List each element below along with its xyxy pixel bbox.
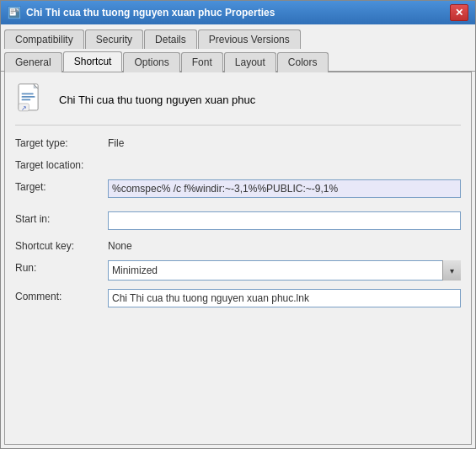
tab-shortcut[interactable]: Shortcut (63, 51, 123, 72)
shortcut-key-label: Shortcut key: (15, 238, 108, 252)
title-bar-left: Chi Thi cua thu tuong nguyen xuan phuc P… (8, 6, 275, 19)
svg-rect-11 (22, 96, 35, 98)
start-in-row: Start in: (15, 211, 461, 230)
target-input[interactable] (108, 179, 461, 198)
svg-rect-12 (22, 99, 31, 101)
tab-font[interactable]: Font (181, 52, 223, 72)
content-area: ↗ Chi Thi cua thu tuong nguyen xuan phuc… (4, 72, 472, 445)
start-in-input[interactable] (108, 211, 461, 230)
start-in-label: Start in: (15, 211, 108, 225)
tabs-container: CompatibilitySecurityDetailsPrevious Ver… (1, 24, 475, 72)
target-row: Target: (15, 179, 461, 198)
comment-row: Comment: (15, 289, 461, 307)
properties-window: Chi Thi cua thu tuong nguyen xuan phuc P… (0, 0, 476, 449)
tab-details[interactable]: Details (144, 29, 197, 49)
window-title: Chi Thi cua thu tuong nguyen xuan phuc P… (26, 7, 275, 19)
tab-compatibility[interactable]: Compatibility (4, 29, 84, 49)
target-type-label: Target type: (15, 136, 108, 149)
close-button[interactable]: ✕ (450, 4, 468, 21)
tab-previous-versions[interactable]: Previous Versions (198, 29, 301, 49)
svg-rect-4 (11, 13, 14, 13)
tab-colors[interactable]: Colors (277, 52, 329, 72)
tab-security[interactable]: Security (85, 29, 143, 49)
tab-general[interactable]: General (4, 52, 62, 72)
target-type-value: File (108, 136, 124, 149)
target-label: Target: (15, 179, 108, 193)
tabs-row-1: CompatibilitySecurityDetailsPrevious Ver… (1, 24, 475, 47)
target-location-row: Target location: (15, 158, 461, 171)
run-row: Run: Normal windowMinimizedMaximized ▾ (15, 260, 461, 281)
svg-rect-10 (22, 93, 34, 94)
run-select[interactable]: Normal windowMinimizedMaximized (108, 260, 461, 281)
file-icon: ↗ (15, 83, 49, 116)
svg-rect-2 (11, 10, 14, 11)
shortcut-key-row: Shortcut key: None (15, 238, 461, 252)
tabs-row-2: GeneralShortcutOptionsFontLayoutColors (1, 47, 475, 71)
run-select-wrapper: Normal windowMinimizedMaximized ▾ (108, 260, 461, 281)
file-header: ↗ Chi Thi cua thu tuong nguyen xuan phuc (15, 83, 461, 126)
svg-rect-3 (11, 11, 15, 12)
tab-options[interactable]: Options (123, 52, 179, 72)
run-label: Run: (15, 260, 108, 274)
window-icon (8, 6, 21, 19)
comment-input[interactable] (108, 289, 461, 307)
file-display-name: Chi Thi cua thu tuong nguyen xuan phuc (59, 94, 255, 106)
target-location-label: Target location: (15, 158, 108, 171)
svg-text:↗: ↗ (21, 104, 27, 112)
title-bar: Chi Thi cua thu tuong nguyen xuan phuc P… (1, 1, 475, 24)
comment-label: Comment: (15, 289, 108, 302)
target-type-row: Target type: File (15, 136, 461, 149)
tab-layout[interactable]: Layout (224, 52, 276, 72)
shortcut-key-value: None (108, 238, 132, 252)
